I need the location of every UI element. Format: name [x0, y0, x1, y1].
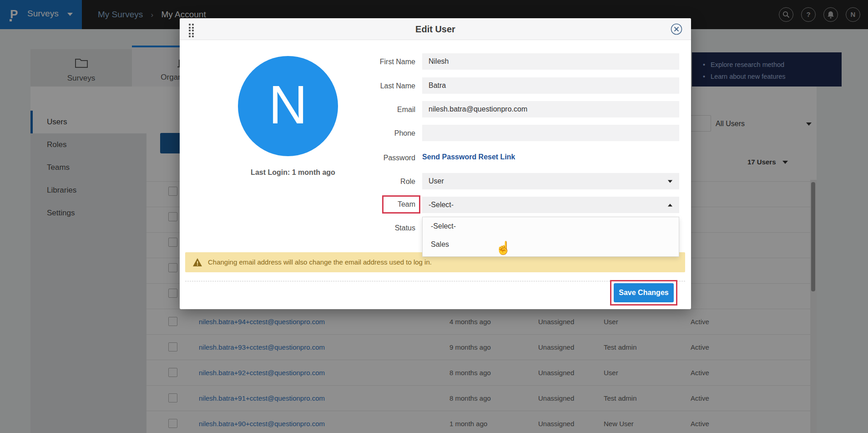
modal-header: Edit User	[180, 18, 691, 40]
close-icon[interactable]	[670, 23, 683, 36]
drag-handle-icon[interactable]	[189, 24, 194, 37]
chevron-up-icon	[668, 204, 672, 207]
mouse-cursor-icon: ☝	[495, 240, 511, 255]
team-label: Team	[398, 200, 415, 208]
email-label: Email	[324, 106, 415, 114]
role-value: User	[429, 177, 444, 185]
team-dropdown-menu: -Select- Sales	[422, 217, 679, 257]
modal-title: Edit User	[180, 18, 691, 40]
edit-user-modal: Edit User N Last Login: 1 month ago Firs…	[180, 18, 691, 309]
team-option-sales[interactable]: Sales	[423, 235, 679, 254]
role-label: Role	[324, 178, 415, 186]
phone-label: Phone	[324, 129, 415, 138]
user-avatar: N	[238, 56, 338, 156]
warning-text: Changing email address will also change …	[208, 258, 432, 266]
chevron-down-icon	[668, 180, 672, 183]
save-changes-button[interactable]: Save Changes	[614, 283, 674, 302]
team-value: -Select-	[429, 201, 454, 209]
password-label: Password	[324, 154, 415, 162]
team-label-highlight: Team	[382, 195, 420, 214]
team-option-select[interactable]: -Select-	[423, 217, 679, 235]
role-select[interactable]: User	[422, 173, 679, 189]
phone-field[interactable]	[422, 125, 679, 141]
first-name-field[interactable]	[422, 53, 679, 70]
first-name-label: First Name	[324, 58, 415, 66]
email-field[interactable]	[422, 101, 679, 117]
send-password-reset-link[interactable]: Send Password Reset Link	[422, 153, 515, 161]
last-name-label: Last Name	[324, 82, 415, 90]
status-label: Status	[324, 224, 415, 232]
last-login-text: Last Login: 1 month ago	[225, 168, 361, 177]
warning-icon	[192, 258, 202, 267]
last-name-field[interactable]	[422, 77, 679, 94]
screen: P Surveys My Surveys › My Account ? N Su…	[0, 0, 868, 433]
team-select[interactable]: -Select-	[422, 197, 679, 213]
